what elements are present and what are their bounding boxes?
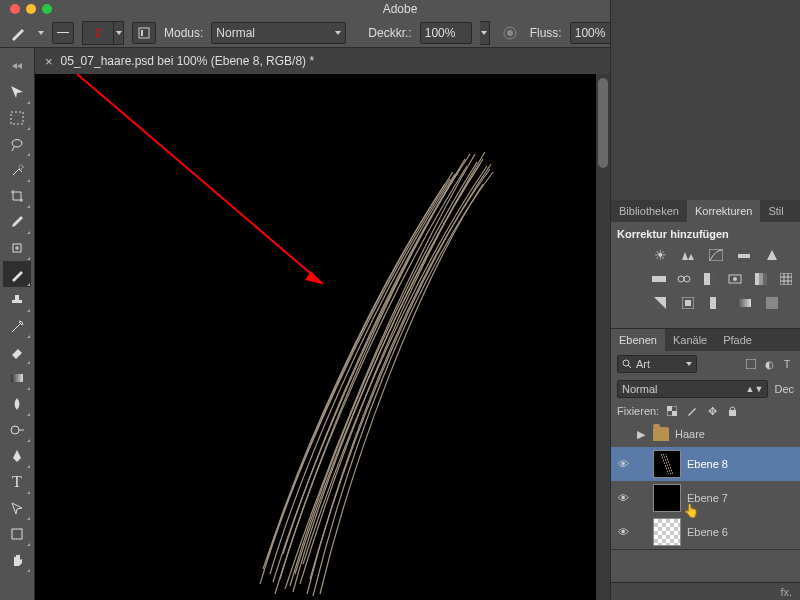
- lock-label: Fixieren:: [617, 405, 659, 417]
- quick-select-tool[interactable]: [3, 157, 31, 183]
- brush-size-arrow[interactable]: [114, 21, 124, 45]
- lock-pixels-icon[interactable]: [685, 404, 699, 418]
- vertical-scrollbar[interactable]: [596, 74, 610, 600]
- window-close-button[interactable]: [10, 4, 20, 14]
- lock-transparency-icon[interactable]: [665, 404, 679, 418]
- window-maximize-button[interactable]: [42, 4, 52, 14]
- tab-layers[interactable]: Ebenen: [611, 329, 665, 351]
- eraser-tool[interactable]: [3, 339, 31, 365]
- tab-styles[interactable]: Stil: [760, 200, 791, 222]
- svg-rect-30: [766, 297, 778, 309]
- brush-panel-toggle[interactable]: [132, 22, 156, 44]
- layer-name[interactable]: Ebene 8: [687, 458, 728, 470]
- app-title: Adobe: [383, 2, 418, 16]
- stamp-tool[interactable]: [3, 287, 31, 313]
- eyedropper-tool[interactable]: [3, 209, 31, 235]
- visibility-icon[interactable]: 👁: [615, 492, 631, 504]
- brush-preview[interactable]: [52, 22, 74, 44]
- brush-tool[interactable]: [3, 261, 31, 287]
- blend-mode-value: Normal: [216, 26, 255, 40]
- layer-item[interactable]: 👁 Ebene 6: [611, 515, 800, 549]
- tab-channels[interactable]: Kanäle: [665, 329, 715, 351]
- scroll-thumb[interactable]: [598, 78, 608, 168]
- svg-rect-14: [652, 276, 666, 282]
- exposure-icon[interactable]: [735, 246, 753, 264]
- blur-tool[interactable]: [3, 391, 31, 417]
- channel-mixer-icon[interactable]: [753, 270, 769, 288]
- brush-size-field[interactable]: 2: [82, 21, 114, 45]
- filter-adjust-icon[interactable]: ◐: [762, 357, 776, 371]
- opacity-arrow[interactable]: [480, 21, 490, 45]
- path-select-tool[interactable]: [3, 495, 31, 521]
- levels-icon[interactable]: [679, 246, 697, 264]
- gradient-map-icon[interactable]: [735, 294, 753, 312]
- layer-thumbnail[interactable]: [653, 450, 681, 478]
- lasso-tool[interactable]: [3, 131, 31, 157]
- layer-thumbnail[interactable]: [653, 518, 681, 546]
- vibrance-icon[interactable]: [763, 246, 781, 264]
- layer-blend-select[interactable]: Normal ▲▼: [617, 380, 768, 398]
- fx-icon[interactable]: fx.: [780, 586, 792, 598]
- crop-tool[interactable]: [3, 183, 31, 209]
- bw-icon[interactable]: [702, 270, 718, 288]
- lock-all-icon[interactable]: [725, 404, 739, 418]
- threshold-icon[interactable]: [707, 294, 725, 312]
- svg-point-16: [684, 276, 690, 282]
- photo-filter-icon[interactable]: [728, 270, 744, 288]
- layer-kind-value: Art: [636, 358, 650, 370]
- marquee-tool[interactable]: [3, 105, 31, 131]
- brightness-icon[interactable]: ☀: [651, 246, 669, 264]
- tab-libraries[interactable]: Bibliotheken: [611, 200, 687, 222]
- cursor-hand-icon: 👆: [683, 503, 699, 518]
- tool-preset-arrow[interactable]: [38, 31, 44, 35]
- layer-name[interactable]: Ebene 6: [687, 526, 728, 538]
- layer-item[interactable]: 👁 Ebene 7 👆: [611, 481, 800, 515]
- tab-adjustments[interactable]: Korrekturen: [687, 200, 760, 222]
- filter-pixel-icon[interactable]: [744, 357, 758, 371]
- disclosure-arrow[interactable]: ▶: [637, 428, 647, 441]
- invert-icon[interactable]: [651, 294, 669, 312]
- layer-thumbnail[interactable]: [653, 484, 681, 512]
- layer-blend-value: Normal: [622, 383, 657, 395]
- svg-rect-13: [738, 254, 750, 258]
- layer-kind-select[interactable]: Art: [617, 355, 697, 373]
- layer-name[interactable]: Haare: [675, 428, 705, 440]
- hand-tool[interactable]: [3, 547, 31, 573]
- healing-tool[interactable]: [3, 235, 31, 261]
- flow-value: 100%: [575, 26, 606, 40]
- type-tool[interactable]: T: [3, 469, 31, 495]
- window-minimize-button[interactable]: [26, 4, 36, 14]
- filter-type-icon[interactable]: T: [780, 357, 794, 371]
- tab-paths[interactable]: Pfade: [715, 329, 760, 351]
- opacity-field[interactable]: 100%: [420, 22, 472, 44]
- shape-tool[interactable]: [3, 521, 31, 547]
- curves-icon[interactable]: [707, 246, 725, 264]
- pressure-opacity-icon[interactable]: [498, 21, 522, 45]
- layer-item[interactable]: 👁 Ebene 8: [611, 447, 800, 481]
- svg-rect-1: [141, 30, 143, 36]
- visibility-icon[interactable]: 👁: [615, 526, 631, 538]
- lookup-icon[interactable]: [779, 270, 795, 288]
- selective-color-icon[interactable]: [763, 294, 781, 312]
- opacity-value: 100%: [425, 26, 456, 40]
- move-tool[interactable]: [3, 79, 31, 105]
- color-balance-icon[interactable]: [677, 270, 693, 288]
- blend-row: Normal ▲▼ Dec: [611, 377, 800, 401]
- blend-mode-select[interactable]: Normal: [211, 22, 346, 44]
- tool-palette: T: [0, 48, 35, 600]
- gradient-tool[interactable]: [3, 365, 31, 391]
- chevron-down-icon: [335, 31, 341, 35]
- lock-position-icon[interactable]: ✥: [705, 404, 719, 418]
- brush-tool-icon[interactable]: [6, 21, 30, 45]
- history-brush-tool[interactable]: [3, 313, 31, 339]
- pen-tool[interactable]: [3, 443, 31, 469]
- hue-icon[interactable]: [651, 270, 667, 288]
- dodge-tool[interactable]: [3, 417, 31, 443]
- canvas[interactable]: [35, 74, 610, 600]
- posterize-icon[interactable]: [679, 294, 697, 312]
- close-icon[interactable]: ×: [45, 54, 53, 69]
- document-tab[interactable]: × 05_07_haare.psd bei 100% (Ebene 8, RGB…: [35, 48, 610, 74]
- visibility-icon[interactable]: 👁: [615, 458, 631, 470]
- collapse-icon[interactable]: [3, 53, 31, 79]
- layer-group[interactable]: ▶ Haare: [611, 421, 800, 447]
